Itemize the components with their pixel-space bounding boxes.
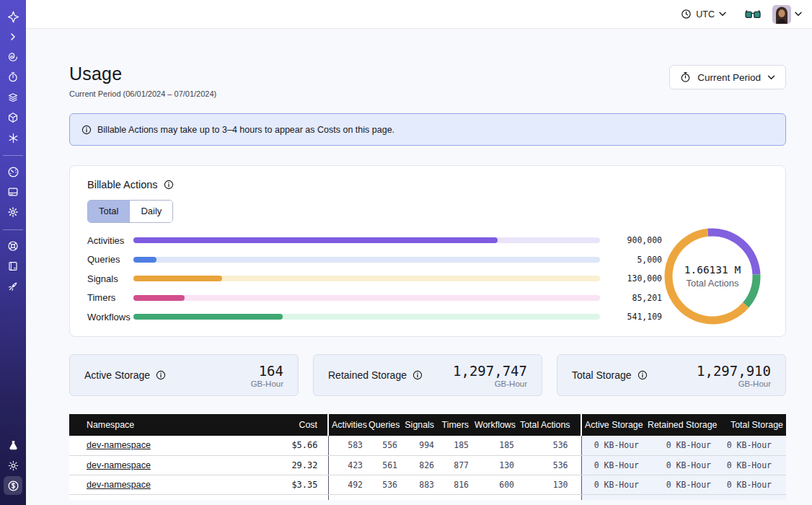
cell-workflows: 185	[472, 436, 517, 455]
user-menu[interactable]	[772, 5, 802, 24]
timezone-selector[interactable]: UTC	[681, 9, 726, 19]
sidebar-item-theme-toggle[interactable]	[4, 456, 22, 475]
cell-total_storage: 0 KB-Hour	[717, 475, 786, 494]
info-icon[interactable]	[637, 370, 648, 380]
sidebar-item-integrations[interactable]	[4, 183, 22, 201]
namespace-link[interactable]: dev-namespace	[87, 440, 151, 450]
cell-activities: 583	[328, 436, 366, 455]
cell-signals: 994	[400, 436, 437, 455]
info-icon[interactable]	[164, 180, 174, 190]
cell-retained_storage: 0 KB-Hour	[645, 455, 717, 475]
bar-label: Signals	[87, 273, 133, 284]
col-header-total_storage: Total Storage	[717, 414, 786, 436]
sidebar-item-schedules[interactable]	[4, 68, 22, 87]
cell-active_storage: 0 KB-Hour	[581, 436, 645, 455]
bar-track	[133, 237, 600, 243]
bar-row: Signals130,000	[87, 269, 662, 289]
col-header-total_actions: Total Actions	[517, 414, 581, 436]
cell-queries: 561	[366, 455, 400, 475]
content: Usage Current Period (06/01/2024 – 07/01…	[26, 29, 812, 505]
cell-total_actions: 536	[517, 436, 581, 455]
cell-activities: 423	[328, 455, 366, 475]
layers-icon	[7, 92, 19, 103]
cell-retained_storage	[645, 494, 717, 500]
sun-icon	[8, 460, 19, 471]
lifebuoy-icon	[7, 240, 19, 252]
retained-storage-label: Retained Storage	[328, 369, 407, 381]
page-title: Usage	[69, 63, 216, 84]
bar-value: 900,000	[610, 235, 662, 245]
cell-timers: 185	[437, 436, 472, 455]
topbar: UTC	[26, 0, 812, 29]
sidebar-item-home[interactable]	[4, 7, 22, 26]
sidebar-item-getting-started[interactable]	[4, 277, 22, 296]
cell-namespace: dev-namespace	[69, 455, 250, 475]
bar-row: Queries5,000	[87, 250, 662, 270]
timezone-label: UTC	[696, 9, 715, 19]
bar-label: Activities	[87, 235, 133, 246]
bar-track	[133, 276, 600, 281]
cell-cost: 29.32	[250, 455, 328, 475]
sidebar-bottom	[4, 436, 22, 496]
cube-icon	[7, 112, 19, 123]
cell-retained_storage: 0 KB-Hour	[645, 475, 717, 494]
cell-total_storage	[717, 494, 786, 500]
cell-timers: 877	[437, 455, 472, 475]
cell-queries: 536	[366, 475, 400, 494]
info-icon[interactable]	[156, 370, 166, 380]
col-header-activities: Activities	[328, 414, 366, 436]
bar-track	[133, 295, 600, 301]
sidebar-collapse-button[interactable]	[4, 27, 22, 46]
bar-row: Workflows541,109	[87, 307, 662, 327]
active-storage-unit: GB-Hour	[251, 379, 283, 388]
cell-namespace: dev-namespace	[69, 436, 250, 455]
sidebar-item-usage[interactable]	[4, 162, 22, 181]
active-storage-label: Active Storage	[84, 369, 150, 381]
cell-workflows	[472, 494, 517, 500]
cell-total_actions	[517, 494, 581, 500]
main: UTC Usage Current Period (06/01/2024 – 0…	[26, 0, 812, 505]
bar-track	[133, 314, 600, 320]
info-icon[interactable]	[412, 370, 423, 380]
total-storage-unit: GB-Hour	[697, 379, 771, 388]
cell-activities	[328, 494, 366, 500]
gear-icon	[7, 206, 19, 218]
bar-value: 85,201	[610, 293, 662, 303]
bar-track	[133, 257, 600, 263]
bar-value: 130,000	[610, 273, 662, 284]
col-header-retained_storage: Retained Storage	[645, 414, 717, 436]
chevron-down-icon	[719, 12, 726, 17]
bar-fill	[133, 276, 222, 281]
sidebar-item-billing[interactable]	[4, 476, 22, 495]
tab-daily[interactable]: Daily	[129, 201, 172, 222]
sidebar-item-deployments[interactable]	[4, 108, 22, 127]
sidebar-item-docs[interactable]	[4, 257, 22, 276]
cell-namespace: dev-namespace	[69, 475, 250, 494]
billable-view-tabs: Total Daily	[87, 200, 173, 223]
cell-active_storage: 0 KB-Hour	[581, 475, 645, 494]
bar-chart: Activities900,000Queries5,000Signals130,…	[87, 231, 662, 327]
sidebar-item-namespaces[interactable]	[4, 48, 22, 66]
cell-signals: 826	[400, 455, 437, 475]
sidebar-item-batch[interactable]	[4, 88, 22, 107]
bar-label: Timers	[87, 292, 133, 303]
cell-total_actions: 130	[517, 475, 581, 494]
sidebar-item-settings[interactable]	[4, 203, 22, 221]
sidebar-item-labs[interactable]	[4, 436, 22, 454]
tab-total[interactable]: Total	[88, 201, 129, 222]
bar-fill	[133, 257, 156, 263]
namespace-link[interactable]: dev-namespace	[87, 480, 151, 490]
clock-icon	[681, 9, 692, 19]
cell-signals	[400, 494, 437, 500]
cell-active_storage	[581, 494, 645, 500]
sidebar-item-support[interactable]	[4, 237, 22, 255]
feedback-button[interactable]	[745, 9, 761, 19]
rocket-icon	[7, 281, 19, 292]
namespace-link[interactable]: dev-namespace	[87, 460, 151, 470]
donut-total-label: Total Actions	[687, 278, 739, 289]
window-icon	[7, 186, 19, 198]
cell-total_storage: 0 KB-Hour	[717, 455, 786, 475]
col-header-active_storage: Active Storage	[581, 414, 645, 436]
period-selector-button[interactable]: Current Period	[669, 65, 786, 89]
sidebar-item-nexus[interactable]	[4, 128, 22, 147]
